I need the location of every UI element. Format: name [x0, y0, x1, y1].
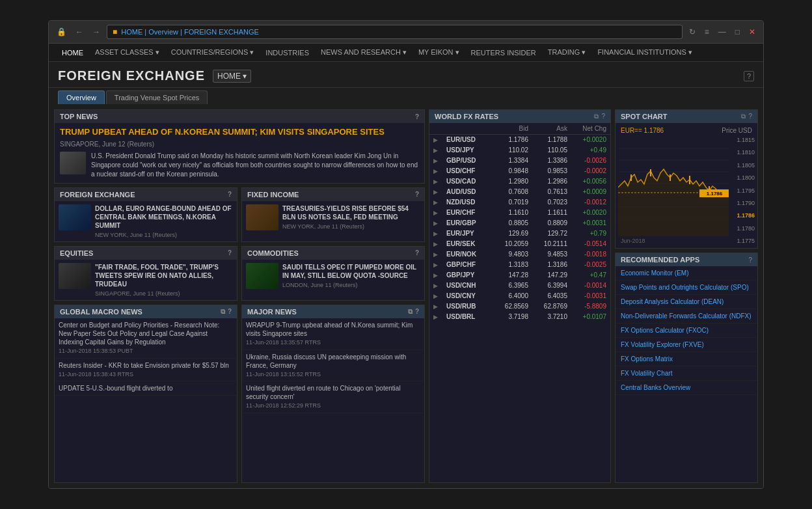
two-col-sections-2: EQUITIES ? "FAIR TRADE, FOOL TRADE", TRU… — [54, 246, 425, 301]
fx-row[interactable]: ▶ USD/JPY 110.02 110.05 +0.49 — [429, 145, 610, 156]
major-news-item-2[interactable]: Ukraine, Russia discuss UN peacekeeping … — [242, 350, 424, 382]
fx-row-icon: ▶ — [433, 178, 446, 185]
nav-trading[interactable]: TRADING ▾ — [543, 46, 591, 59]
fx-row[interactable]: ▶ USD/RUB 62.8569 62.8769 -5.8809 — [429, 301, 610, 312]
fx-row[interactable]: ▶ EUR/SEK 10.2059 10.2111 -0.0514 — [429, 239, 610, 249]
major-news-header: MAJOR NEWS ⧉ ? — [242, 305, 424, 318]
fx-row[interactable]: ▶ GBP/USD 1.3384 1.3386 -0.0026 — [429, 156, 610, 166]
fx-bid-value: 9.4803 — [489, 251, 528, 258]
global-macro-item-2[interactable]: Reuters Insider - KKR to take Envision p… — [55, 359, 237, 382]
global-macro-item-1[interactable]: Center on Budget and Policy Priorities -… — [55, 318, 237, 359]
fixed-income-title[interactable]: TREASURIES-YIELDS RISE BEFORE $54 BLN US… — [282, 204, 420, 221]
nav-home[interactable]: HOME — [57, 47, 88, 59]
fixed-income-help[interactable]: ? — [415, 191, 419, 198]
page-help-button[interactable]: ? — [744, 71, 754, 81]
nav-my-eikon[interactable]: MY EIKON ▾ — [413, 46, 465, 59]
minimize-button[interactable]: — — [716, 26, 729, 38]
fx-chg-value: +0.0031 — [567, 219, 606, 227]
fx-row-icon: ▶ — [433, 230, 446, 237]
fx-row[interactable]: ▶ GBP/CHF 1.3183 1.3186 -0.0025 — [429, 260, 610, 270]
fx-chg-value: -0.0031 — [567, 292, 606, 299]
global-macro-help-icon[interactable]: ? — [228, 308, 232, 316]
fx-news-section: FOREIGN EXCHANGE ? DOLLAR, EURO RANGE-BO… — [54, 187, 237, 242]
major-news-item-3[interactable]: United flight diverted en route to Chica… — [242, 381, 424, 413]
fx-news-help[interactable]: ? — [228, 191, 232, 198]
fx-row[interactable]: ▶ EUR/NOK 9.4803 9.4853 -0.0018 — [429, 249, 610, 260]
fx-row[interactable]: ▶ GBP/JPY 147.28 147.29 +0.47 — [429, 270, 610, 281]
commodities-help[interactable]: ? — [415, 249, 419, 256]
app-list-item[interactable]: FX Options Matrix — [616, 352, 757, 366]
major-news-item-1[interactable]: WRAPUP 9-Trump upbeat ahead of N.Korea s… — [242, 318, 424, 350]
close-button[interactable]: ✕ — [746, 26, 758, 38]
fx-pair-label: AUD/USD — [446, 188, 489, 195]
fx-pair-label: GBP/USD — [446, 157, 489, 164]
fx-row[interactable]: ▶ EUR/CHF 1.1610 1.1611 +0.0020 — [429, 208, 610, 218]
svg-text:1.1786: 1.1786 — [707, 191, 723, 197]
address-bar[interactable]: ■ HOME | Overview | FOREIGN EXCHANGE — [107, 25, 683, 39]
fx-news-title[interactable]: DOLLAR, EURO RANGE-BOUND AHEAD OF CENTRA… — [95, 204, 233, 230]
maximize-button[interactable]: □ — [733, 26, 742, 38]
nav-asset-classes[interactable]: ASSET CLASSES ▾ — [90, 46, 165, 59]
fx-export-icon[interactable]: ⧉ — [594, 113, 599, 120]
major-news-help-icon[interactable]: ? — [415, 308, 419, 316]
app-list-item[interactable]: Central Banks Overview — [616, 381, 757, 395]
fx-row[interactable]: ▶ AUD/USD 0.7608 0.7613 +0.0009 — [429, 187, 610, 197]
chart-help-icon[interactable]: ? — [748, 113, 752, 120]
major-news-export-icon[interactable]: ⧉ — [408, 308, 413, 316]
fx-ask-value: 0.9853 — [528, 167, 567, 174]
equities-title[interactable]: "FAIR TRADE, FOOL TRADE", TRUMP'S TWEETS… — [95, 263, 233, 288]
equities-content: "FAIR TRADE, FOOL TRADE", TRUMP'S TWEETS… — [55, 260, 237, 300]
fx-row[interactable]: ▶ EUR/USD 1.1786 1.1788 +0.0020 — [429, 135, 610, 145]
fx-row[interactable]: ▶ USD/CHF 0.9848 0.9853 -0.0002 — [429, 166, 610, 176]
chart-y-axis: 1.1815 1.1810 1.1805 1.1800 1.1795 1.179… — [725, 135, 755, 245]
fx-row[interactable]: ▶ NZD/USD 0.7019 0.7023 -0.0012 — [429, 197, 610, 208]
fx-row[interactable]: ▶ EUR/JPY 129.69 129.72 +0.79 — [429, 228, 610, 239]
tab-overview[interactable]: Overview — [58, 90, 105, 104]
nav-forward-arrow[interactable]: → — [90, 26, 103, 38]
spot-chart-icons: ⧉ ? — [741, 113, 752, 120]
fx-ask-value: 1.2986 — [528, 178, 567, 185]
chart-area: EUR== 1.1786 Price USD — [616, 123, 757, 248]
app-list-item[interactable]: Economic Monitor (EM) — [616, 266, 757, 281]
fx-chg-value: -0.0018 — [567, 251, 606, 258]
fx-news-header: FOREIGN EXCHANGE ? — [55, 188, 237, 201]
app-list-item[interactable]: FX Volatility Explorer (FXVE) — [616, 338, 757, 352]
global-macro-export-icon[interactable]: ⧉ — [221, 308, 225, 316]
fx-row[interactable]: ▶ USD/BRL 3.7198 3.7210 +0.0107 — [429, 312, 610, 322]
top-news-help[interactable]: ? — [415, 113, 419, 120]
app-list-item[interactable]: Swap Points and Outrights Calculator (SP… — [616, 281, 757, 295]
fx-rates-header: WORLD FX RATES ⧉ ? — [429, 110, 610, 123]
fx-row-icon: ▶ — [433, 314, 446, 320]
fx-ask-value: 1.1611 — [528, 209, 567, 216]
fx-ask-value: 10.2111 — [528, 240, 567, 247]
fx-help-icon[interactable]: ? — [601, 113, 605, 120]
app-list-item[interactable]: Deposit Analysis Calculator (DEAN) — [616, 295, 757, 309]
app-list-item[interactable]: Non-Deliverable Forwards Calculator (NDF… — [616, 309, 757, 323]
nav-back-arrow[interactable]: ← — [73, 26, 86, 38]
apps-help-icon[interactable]: ? — [748, 256, 752, 264]
nav-reuters-insider[interactable]: REUTERS INSIDER — [466, 47, 541, 59]
top-news-headline[interactable]: TRUMP UPBEAT AHEAD OF N.KOREAN SUMMIT; K… — [60, 127, 419, 138]
fx-row[interactable]: ▶ USD/CAD 1.2980 1.2986 +0.0056 — [429, 176, 610, 187]
equities-help[interactable]: ? — [228, 249, 232, 256]
app-list-item[interactable]: FX Options Calculator (FXOC) — [616, 323, 757, 338]
nav-financial[interactable]: FINANCIAL INSTITUTIONS ▾ — [592, 46, 697, 59]
fx-row[interactable]: ▶ USD/CNY 6.4000 6.4035 -0.0031 — [429, 291, 610, 301]
chart-export-icon[interactable]: ⧉ — [741, 113, 746, 120]
tab-trading-venue[interactable]: Trading Venue Spot Prices — [106, 90, 208, 104]
global-macro-item-3[interactable]: UPDATE 5-U.S.-bound flight diverted to — [55, 381, 237, 396]
nav-news[interactable]: NEWS AND RESEARCH ▾ — [316, 46, 412, 59]
commodities-title[interactable]: SAUDI TELLS OPEC IT PUMPED MORE OIL IN M… — [282, 263, 420, 280]
fx-row[interactable]: ▶ USD/CNH 6.3965 6.3994 -0.0014 — [429, 281, 610, 291]
nav-back-button[interactable]: 🔒 — [54, 26, 69, 38]
nav-countries[interactable]: COUNTRIES/REGIONS ▾ — [166, 46, 260, 59]
menu-button[interactable]: ≡ — [702, 26, 712, 38]
fx-chg-value: -5.8809 — [567, 303, 606, 310]
nav-industries[interactable]: INDUSTRIES — [260, 47, 314, 59]
top-news-text: U.S. President Donald Trump said on Mond… — [91, 152, 419, 179]
refresh-button[interactable]: ↻ — [686, 26, 698, 38]
home-dropdown[interactable]: HOME ▾ — [213, 70, 251, 83]
fx-row[interactable]: ▶ EUR/GBP 0.8805 0.8809 +0.0031 — [429, 218, 610, 228]
app-list-item[interactable]: FX Volatility Chart — [616, 366, 757, 381]
commodities-thumb — [246, 263, 278, 289]
